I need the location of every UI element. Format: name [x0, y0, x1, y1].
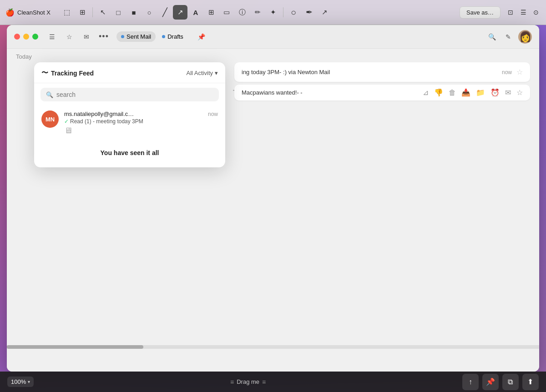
mail-actions-subject: Macpawians wanted!- -	[242, 89, 417, 96]
tab-drafts-label: Drafts	[167, 33, 183, 40]
toolbar-divider-2	[283, 7, 283, 17]
rect-tool-btn[interactable]: □	[111, 5, 126, 20]
record-icon[interactable]: ⊙	[531, 8, 541, 17]
highlight-tool-btn[interactable]: ▭	[219, 5, 234, 20]
upload-btn[interactable]: ⬆	[522, 374, 539, 390]
pin-btn[interactable]: 📌	[195, 30, 208, 43]
search-bar: 🔍	[40, 88, 219, 101]
search-btn[interactable]: 🔍	[485, 30, 498, 43]
capture-ui-tool-btn[interactable]: ⊞	[75, 5, 90, 20]
tab-sent-mail[interactable]: Sent Mail	[116, 31, 156, 42]
cleanshot-app-title: 🍎 CleanShot X	[5, 8, 51, 17]
cleanshot-right-controls: Save as… ⊡ ☰ ⊙	[460, 6, 541, 19]
search-input[interactable]	[56, 91, 213, 98]
feed-description: ✓ Read (1) - meeting today 3PM	[64, 118, 218, 125]
line-tool-btn[interactable]: ╱	[157, 5, 172, 20]
scroll-track[interactable]	[7, 345, 539, 349]
activity-filter-btn[interactable]: All Activity ▾	[186, 70, 218, 76]
feed-item[interactable]: MN ms.nataliepolly@gmail.c… now ✓ Read (…	[34, 106, 225, 140]
envelope-action-btn[interactable]: ✉	[505, 88, 511, 97]
clock-action-btn[interactable]: ⏰	[490, 88, 500, 97]
arrow-color-btn[interactable]: ↗	[317, 5, 332, 20]
tracking-feed-icon: 〜	[41, 69, 48, 77]
tab-drafts[interactable]: Drafts	[157, 31, 188, 42]
mail-list: ing today 3PM- :) via Newton Mail now ☆ …	[234, 62, 530, 103]
app-window: ☰ ☆ ✉ ••• Sent Mail Drafts 📌 🔍 ✎ 👩 Today	[7, 25, 539, 372]
pin-action-btn[interactable]: 📌	[482, 374, 499, 390]
cleanshot-toolbar: 🍎 CleanShot X ⬚ ⊞ ↖ □ ■ ○ ╱ ↗ A ⊞ ▭ ⓘ ✏ …	[0, 0, 546, 25]
close-button[interactable]	[14, 34, 20, 40]
thumbsdown-action-btn[interactable]: 👎	[434, 88, 443, 97]
pen-color-btn[interactable]: ✒	[302, 5, 316, 20]
mail-actions-bar: Macpawians wanted!- - ⊿ 👎 🗑 📥 📁 ⏰ ✉ ☆	[234, 85, 530, 101]
capture-icon[interactable]: ⊡	[506, 8, 515, 17]
text-tool-btn[interactable]: A	[188, 5, 203, 20]
crop-tool-btn[interactable]: ⬚	[60, 5, 74, 20]
avatar-img: 👩	[519, 31, 531, 43]
minimize-button[interactable]	[23, 34, 29, 40]
bottom-actions: ↑ 📌 ⧉ ⬆	[462, 374, 539, 390]
more-btn[interactable]: •••	[97, 30, 110, 43]
zoom-level: 100%	[11, 378, 26, 385]
titlebar-right: 🔍 ✎ 👩	[485, 30, 532, 44]
toolbar-divider-1	[92, 7, 93, 17]
apple-logo-icon: 🍎	[5, 8, 15, 17]
mail-time: now	[502, 69, 512, 75]
zoom-control[interactable]: 100% ▾	[7, 377, 34, 387]
feed-email: ms.nataliepolly@gmail.c…	[64, 111, 134, 117]
cleanshot-tools: ⬚ ⊞ ↖ □ ■ ○ ╱ ↗ A ⊞ ▭ ⓘ ✏ ✦ ○ ✒ ↗	[60, 5, 332, 20]
maximize-button[interactable]	[32, 34, 38, 40]
filled-rect-tool-btn[interactable]: ■	[126, 5, 141, 20]
avatar[interactable]: 👩	[518, 30, 532, 44]
pointer-tool-btn[interactable]: ↖	[96, 5, 110, 20]
star-action-btn[interactable]: ☆	[516, 88, 523, 97]
feed-avatar: MN	[41, 111, 59, 128]
archive-action-btn[interactable]: 📥	[461, 88, 470, 97]
activity-filter-label: All Activity	[186, 70, 213, 76]
feed-desc-text: Read (1) - meeting today 3PM	[70, 118, 143, 125]
cleanshot-app-name: CleanShot X	[17, 9, 51, 16]
seen-all-message: You have seen it all	[34, 140, 225, 167]
tracking-feed-title: Tracking Feed	[51, 70, 94, 77]
star-btn[interactable]: ☆	[63, 30, 76, 43]
mail-tabs: Sent Mail Drafts	[116, 31, 188, 42]
share-btn[interactable]: ↑	[462, 374, 479, 390]
scroll-thumb[interactable]	[7, 345, 143, 349]
popup-title: 〜 Tracking Feed	[41, 69, 94, 77]
trash-action-btn[interactable]: 🗑	[449, 89, 456, 97]
checkmark-icon: ✓	[64, 118, 69, 125]
drag-label: Drag me	[237, 378, 259, 385]
save-as-button[interactable]: Save as…	[460, 6, 500, 19]
arrow-tool-btn[interactable]: ↗	[173, 5, 187, 20]
feed-avatar-initials: MN	[46, 116, 55, 123]
app-titlebar: ☰ ☆ ✉ ••• Sent Mail Drafts 📌 🔍 ✎ 👩	[7, 25, 539, 49]
stamp-tool-btn[interactable]: ✦	[266, 5, 280, 20]
system-icons: ⊡ ☰ ⊙	[506, 8, 541, 17]
feed-content: ms.nataliepolly@gmail.c… now ✓ Read (1) …	[64, 111, 218, 136]
mail-star-btn[interactable]: ☆	[516, 68, 523, 76]
folder-action-btn[interactable]: 📁	[476, 88, 485, 97]
traffic-lights	[14, 34, 38, 40]
circle-tool-btn[interactable]: ○	[142, 5, 157, 20]
info-circle-tool-btn[interactable]: ⓘ	[235, 5, 249, 20]
hamburger-btn[interactable]: ☰	[46, 30, 58, 43]
sent-mail-dot	[121, 35, 124, 38]
chevron-down-icon: ▾	[215, 70, 218, 76]
tab-sent-mail-label: Sent Mail	[126, 33, 151, 40]
mail-item[interactable]: ing today 3PM- :) via Newton Mail now ☆	[234, 62, 530, 82]
zoom-chevron-icon: ▾	[28, 379, 30, 384]
filter-action-btn[interactable]: ⊿	[423, 88, 429, 97]
pixelate-tool-btn[interactable]: ⊞	[204, 5, 218, 20]
today-label: Today	[16, 53, 32, 60]
drag-handle[interactable]: ≡ Drag me ≡	[230, 378, 266, 386]
feed-time: now	[208, 111, 218, 117]
layers-btn[interactable]: ⧉	[502, 374, 519, 390]
device-icon: 🖥	[64, 126, 218, 136]
pencil-tool-btn[interactable]: ✏	[250, 5, 265, 20]
list-icon[interactable]: ☰	[519, 8, 528, 17]
edit-btn[interactable]: ✎	[502, 30, 515, 43]
compose-btn[interactable]: ✉	[80, 30, 93, 43]
color-circle-btn[interactable]: ○	[286, 5, 301, 20]
search-icon: 🔍	[46, 91, 53, 98]
content-area: Today 〜 Tracking Feed All Activity ▾ 🔍	[7, 49, 539, 372]
